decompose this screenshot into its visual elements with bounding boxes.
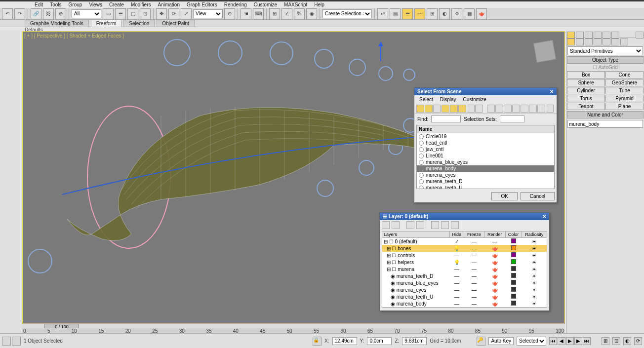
select-layer-button[interactable]: [416, 221, 424, 229]
cylinder-button[interactable]: Cylinder: [567, 87, 605, 94]
tool-icon[interactable]: [512, 105, 520, 113]
category-dropdown[interactable]: Standard Primitives: [567, 46, 643, 55]
plane-button[interactable]: Plane: [605, 103, 644, 110]
menu-maxscript[interactable]: MAXScript: [284, 2, 307, 7]
link-button[interactable]: 🔗: [31, 8, 41, 19]
layer-row[interactable]: ⊞ ☐ helpers💡—🫖☀: [382, 259, 547, 266]
shapes-icon[interactable]: [576, 39, 584, 45]
filter-icon[interactable]: [416, 105, 424, 113]
list-item[interactable]: murena_teeth_U: [417, 185, 554, 189]
tool-icon[interactable]: [537, 105, 545, 113]
named-selection-dropdown[interactable]: Create Selection Se: [322, 9, 372, 18]
menu-graph-editors[interactable]: Graph Editors: [187, 2, 217, 7]
manipulate-button[interactable]: ☚: [241, 8, 251, 19]
close-icon[interactable]: ✕: [542, 214, 546, 219]
lights-icon[interactable]: [585, 39, 593, 45]
view-cube[interactable]: [533, 40, 556, 63]
cameras-icon[interactable]: [594, 39, 602, 45]
col-layers[interactable]: Layers: [382, 232, 450, 238]
new-layer-button[interactable]: [382, 221, 390, 229]
lock-icon[interactable]: 🔒: [313, 337, 322, 346]
angle-snap-button[interactable]: ∠: [282, 8, 292, 19]
menu-customize[interactable]: Customize: [254, 2, 277, 7]
col-color[interactable]: Color: [505, 232, 522, 238]
list-item[interactable]: Circle019: [417, 133, 554, 140]
object-name-input[interactable]: [567, 120, 643, 128]
nav-icon[interactable]: ⊡: [612, 337, 620, 345]
geometry-icon[interactable]: [567, 39, 575, 45]
dialog-titlebar[interactable]: ☰ Layer: 0 (default) ✕: [380, 213, 549, 220]
list-item[interactable]: murena_blue_eyes: [417, 159, 554, 165]
viewport-label[interactable]: [ + ] [ Perspective ] [ Shaded + Edged F…: [24, 33, 124, 39]
cancel-button[interactable]: Cancel: [521, 192, 555, 200]
layer-manager-button[interactable]: ☰: [402, 8, 413, 19]
rollout-name-color[interactable]: Name and Color: [567, 111, 644, 118]
goto-start-icon[interactable]: ⏮: [549, 337, 557, 345]
bind-button[interactable]: ⊕: [55, 8, 66, 19]
menu-group[interactable]: Group: [69, 2, 82, 7]
tool-icon[interactable]: [495, 105, 503, 113]
menu-tools[interactable]: Tools: [50, 2, 61, 7]
layer-row[interactable]: ◉ murena_teeth_D——🫖☀: [382, 272, 547, 279]
selection-sets-input[interactable]: [500, 116, 524, 122]
systems-icon[interactable]: [620, 39, 628, 45]
ok-button[interactable]: OK: [491, 192, 517, 200]
rotate-button[interactable]: ⟳: [168, 8, 179, 19]
close-icon[interactable]: ✕: [550, 89, 554, 94]
col-hide[interactable]: Hide: [449, 232, 464, 238]
spinner-snap-button[interactable]: ◉: [306, 8, 317, 19]
list-item[interactable]: murena_eyes: [417, 172, 554, 178]
ref-coord-dropdown[interactable]: View: [193, 9, 223, 18]
dialog-menu-customize[interactable]: Customize: [463, 97, 486, 102]
mirror-button[interactable]: ⇄: [377, 8, 388, 19]
display-tab-icon[interactable]: [603, 32, 610, 39]
create-tab-icon[interactable]: [567, 32, 575, 39]
pyramid-button[interactable]: Pyramid: [605, 95, 644, 102]
schematic-view-button[interactable]: ⊞: [427, 8, 438, 19]
snap-button[interactable]: ⊞: [269, 8, 280, 19]
column-name[interactable]: Name: [417, 125, 554, 133]
goto-end-icon[interactable]: ⏭: [583, 337, 591, 345]
hierarchy-tab-icon[interactable]: [585, 32, 593, 39]
add-to-layer-button[interactable]: [406, 221, 414, 229]
move-button[interactable]: ✥: [156, 8, 167, 19]
dialog-titlebar[interactable]: Select From Scene ✕: [414, 88, 557, 95]
torus-button[interactable]: Torus: [567, 95, 605, 102]
y-field[interactable]: 0,0cm: [367, 337, 392, 345]
nav-icon[interactable]: ⊞: [602, 337, 609, 345]
menu-views[interactable]: Views: [89, 2, 102, 7]
list-item[interactable]: murena_teeth_D: [417, 178, 554, 185]
eel-mesh[interactable]: [62, 81, 433, 244]
filter-icon[interactable]: [458, 105, 466, 113]
key-button[interactable]: 🔑: [477, 337, 485, 346]
filter-icon[interactable]: [450, 105, 458, 113]
select-button[interactable]: ▭: [103, 8, 114, 19]
redo-button[interactable]: ↷: [14, 8, 25, 19]
filter-icon[interactable]: [442, 105, 449, 113]
z-field[interactable]: 9,631cm: [402, 337, 427, 345]
render-button[interactable]: 🫖: [476, 8, 487, 19]
scale-button[interactable]: ⤢: [181, 8, 192, 19]
motion-tab-icon[interactable]: [594, 32, 602, 39]
layer-row[interactable]: ◉ murena_blue_eyes——🫖☀: [382, 279, 547, 286]
ribbon-tab-graphite[interactable]: Graphite Modeling Tools: [25, 20, 89, 27]
time-slider[interactable]: 0 / 100: [22, 324, 565, 328]
box-button[interactable]: Box: [567, 71, 605, 78]
ribbon-tab-selection[interactable]: Selection: [123, 20, 155, 27]
nav-icon[interactable]: ◐: [623, 337, 631, 345]
tool-icon[interactable]: [504, 105, 512, 113]
align-button[interactable]: ▤: [390, 8, 401, 19]
nav-icon[interactable]: ⟳: [634, 337, 642, 345]
script-listener-button[interactable]: [2, 337, 11, 346]
render-frame-button[interactable]: ▦: [464, 8, 475, 19]
layer-row[interactable]: ⊞ ☐ controls——🫖☀: [382, 252, 547, 259]
spacewarps-icon[interactable]: [611, 39, 619, 45]
modify-tab-icon[interactable]: [576, 32, 584, 39]
ribbon-tab-freeform[interactable]: Freeform: [91, 20, 122, 27]
layer-row[interactable]: ◉ murena_eyes——🫖☀: [382, 286, 547, 293]
layer-row[interactable]: ⊟ ☐ murena——🫖☀: [382, 266, 547, 272]
prev-frame-icon[interactable]: ◀: [558, 337, 565, 345]
curve-editor-button[interactable]: 〰: [414, 8, 425, 19]
select-by-name-button[interactable]: ☰: [115, 8, 126, 19]
layer-row[interactable]: ⊟ ☐ 0 (default)✓——☀: [382, 238, 547, 245]
